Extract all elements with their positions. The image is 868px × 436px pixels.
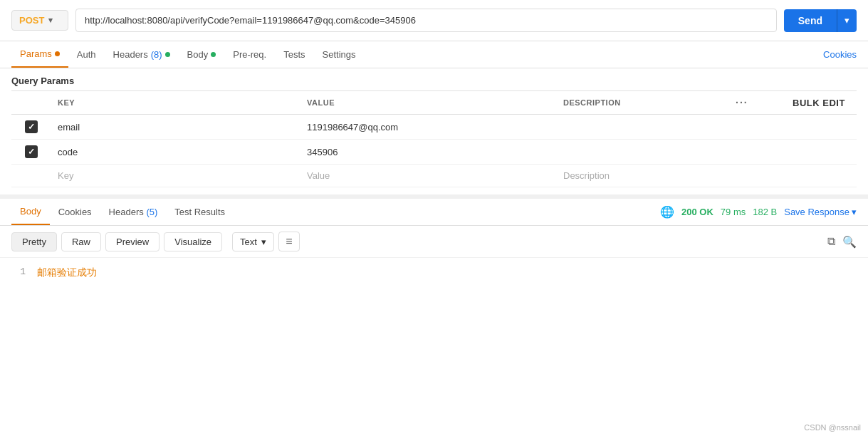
- wrap-icon-symbol: ≡: [286, 235, 292, 248]
- tab-headers-label: Headers: [113, 49, 148, 60]
- row2-bulk: [785, 140, 857, 165]
- desc-placeholder: Description: [563, 170, 610, 181]
- response-right-icons: ⧉ 🔍: [827, 235, 857, 249]
- tab-prereq-label: Pre-req.: [233, 49, 266, 60]
- col-actions: ···: [728, 91, 785, 115]
- format-pretty-button[interactable]: Pretty: [11, 232, 57, 251]
- response-tab-body-label: Body: [20, 206, 41, 217]
- response-tab-headers-label: Headers: [109, 207, 144, 217]
- tab-body[interactable]: Body: [179, 42, 225, 67]
- text-format-dropdown-icon: ▾: [261, 237, 266, 247]
- response-meta: 🌐 200 OK 79 ms 182 B Save Response ▾: [660, 205, 857, 219]
- response-time: 79 ms: [721, 207, 746, 217]
- format-preview-button[interactable]: Preview: [105, 232, 160, 251]
- response-headers-count: (5): [146, 207, 157, 217]
- response-status: 200 OK: [681, 207, 713, 217]
- row1-checkbox[interactable]: [25, 120, 38, 133]
- params-table: KEY VALUE DESCRIPTION ··· Bulk Edit: [11, 90, 857, 187]
- col-bulk-edit: Bulk Edit: [785, 91, 857, 115]
- send-btn-container: Send ▾: [784, 9, 857, 32]
- copy-icon[interactable]: ⧉: [827, 235, 835, 248]
- globe-icon: 🌐: [660, 205, 674, 219]
- row1-checkbox-cell: [11, 115, 51, 140]
- query-params-section: Query Params KEY VALUE DESCRIPTION ··· B…: [0, 68, 868, 194]
- request-bar: POST ▾ Send ▾: [0, 0, 868, 41]
- response-tab-test-results-label: Test Results: [174, 207, 225, 217]
- tab-tests[interactable]: Tests: [275, 42, 313, 67]
- col-description: DESCRIPTION: [556, 91, 728, 115]
- tab-prereq[interactable]: Pre-req.: [224, 42, 275, 67]
- value-placeholder: Value: [307, 170, 330, 181]
- row2-actions: [728, 140, 785, 165]
- cookies-link[interactable]: Cookies: [823, 49, 857, 60]
- tab-settings[interactable]: Settings: [314, 42, 365, 67]
- method-selector[interactable]: POST ▾: [11, 10, 68, 31]
- send-button[interactable]: Send: [784, 9, 837, 32]
- row1-actions: [728, 115, 785, 140]
- row2-key[interactable]: code: [51, 140, 300, 165]
- method-dropdown-icon: ▾: [48, 16, 53, 25]
- headers-count: (8): [151, 49, 162, 60]
- row2-description[interactable]: [556, 140, 728, 165]
- response-tab-headers[interactable]: Headers (5): [100, 199, 167, 224]
- tab-headers[interactable]: Headers (8): [105, 42, 179, 67]
- send-dropdown-icon: ▾: [845, 15, 849, 26]
- response-tab-body[interactable]: Body: [11, 199, 50, 225]
- empty-actions: [728, 165, 785, 187]
- table-row: code 345906: [11, 140, 857, 165]
- col-value: VALUE: [300, 91, 556, 115]
- tab-auth-label: Auth: [77, 49, 96, 60]
- format-bar: Pretty Raw Preview Visualize Text ▾ ≡ ⧉ …: [0, 226, 868, 258]
- empty-key[interactable]: Key: [51, 165, 300, 187]
- tab-tests-label: Tests: [283, 49, 305, 60]
- empty-bulk: [785, 165, 857, 187]
- save-response-button[interactable]: Save Response ▾: [784, 207, 857, 217]
- table-row-empty: Key Value Description: [11, 165, 857, 187]
- format-raw-button[interactable]: Raw: [61, 232, 101, 251]
- response-content: 邮箱验证成功: [37, 266, 97, 279]
- response-tab-cookies[interactable]: Cookies: [50, 199, 100, 224]
- text-format-label: Text: [240, 237, 257, 247]
- row2-checkbox[interactable]: [25, 145, 38, 158]
- send-dropdown-button[interactable]: ▾: [837, 9, 857, 32]
- tab-body-label: Body: [187, 49, 209, 60]
- row1-bulk: [785, 115, 857, 140]
- tab-settings-label: Settings: [323, 49, 356, 60]
- row1-key[interactable]: email: [51, 115, 300, 140]
- query-params-label: Query Params: [11, 76, 857, 86]
- request-tabs: Params Auth Headers (8) Body Pre-req. Te…: [0, 41, 868, 68]
- col-checkbox: [11, 91, 51, 115]
- row2-value[interactable]: 345906: [300, 140, 556, 165]
- method-label: POST: [19, 15, 44, 26]
- bulk-edit-button[interactable]: Bulk Edit: [793, 98, 845, 108]
- search-icon[interactable]: 🔍: [842, 235, 857, 249]
- response-tabs: Body Cookies Headers (5) Test Results 🌐 …: [0, 199, 868, 226]
- response-body: 1 邮箱验证成功: [0, 258, 868, 288]
- save-response-label: Save Response: [784, 207, 849, 217]
- three-dots-icon[interactable]: ···: [736, 97, 748, 108]
- empty-value[interactable]: Value: [300, 165, 556, 187]
- response-size: 182 B: [753, 207, 777, 217]
- params-dot: [55, 51, 60, 56]
- row1-description[interactable]: [556, 115, 728, 140]
- empty-checkbox-cell: [11, 165, 51, 187]
- format-visualize-button[interactable]: Visualize: [164, 232, 222, 251]
- col-key: KEY: [51, 91, 300, 115]
- headers-dot: [165, 52, 170, 57]
- tab-params-label: Params: [20, 48, 52, 59]
- wrap-lines-button[interactable]: ≡: [278, 232, 300, 251]
- tab-params[interactable]: Params: [11, 41, 68, 68]
- line-number: 1: [11, 266, 26, 279]
- response-section: Body Cookies Headers (5) Test Results 🌐 …: [0, 194, 868, 288]
- body-dot: [211, 52, 216, 57]
- response-tab-test-results[interactable]: Test Results: [166, 199, 234, 224]
- key-placeholder: Key: [58, 170, 73, 181]
- tab-auth[interactable]: Auth: [68, 42, 105, 67]
- response-tab-cookies-label: Cookies: [58, 207, 92, 217]
- text-format-dropdown[interactable]: Text ▾: [232, 232, 274, 251]
- empty-description[interactable]: Description: [556, 165, 728, 187]
- url-input[interactable]: [75, 9, 777, 32]
- table-row: email 1191986647@qq.com: [11, 115, 857, 140]
- row1-value[interactable]: 1191986647@qq.com: [300, 115, 556, 140]
- row2-checkbox-cell: [11, 140, 51, 165]
